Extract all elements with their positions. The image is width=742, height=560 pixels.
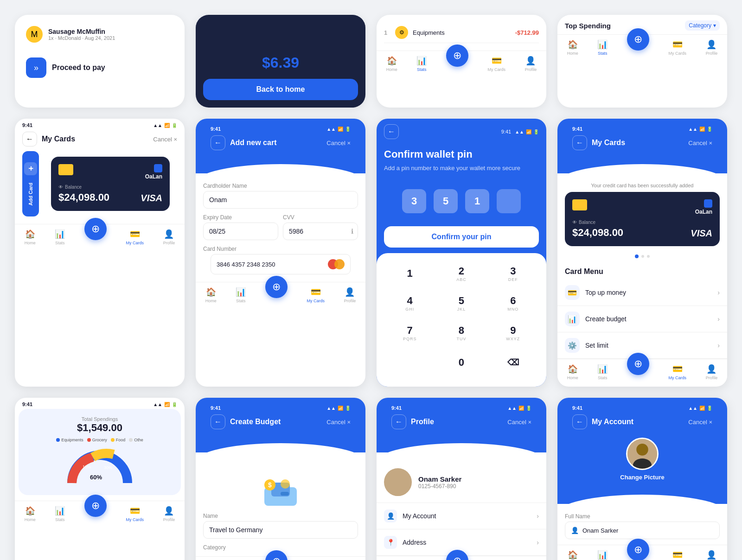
- card-number-field: Card Number 3846 4357 2348 2350: [203, 246, 358, 274]
- proceed-button[interactable]: »: [26, 57, 46, 78]
- key-delete[interactable]: ⌫: [498, 350, 528, 375]
- create-budget-menu[interactable]: 📊 Create budget ›: [557, 306, 727, 332]
- nav-mycards-stats[interactable]: 💳My Cards: [126, 506, 144, 522]
- budget-title: Create Budget: [230, 418, 281, 426]
- nav-center-mc[interactable]: ⊕: [84, 229, 107, 245]
- nav-stats-4[interactable]: 📊Stats: [597, 39, 608, 56]
- screen-title-suc: My Cards: [592, 139, 625, 147]
- nav-stats-mc[interactable]: 📊Stats: [55, 229, 65, 245]
- profile-blue-header: 9:41 ▲▲📶🔋 ← Profile Cancel ×: [377, 398, 546, 452]
- back-button[interactable]: ←: [22, 132, 37, 146]
- cancel-button[interactable]: Cancel ×: [153, 136, 177, 143]
- bottom-nav-suc: 🏠Home 📊Stats ⊕ 💳My Cards 👤Profile: [557, 359, 727, 386]
- change-picture-button[interactable]: Change Picture: [620, 474, 664, 481]
- nav-home[interactable]: 🏠Home: [386, 56, 397, 72]
- budget-name-input[interactable]: [203, 521, 358, 539]
- key-8[interactable]: 8TUV: [447, 320, 476, 346]
- account-icon: 👤: [384, 509, 397, 522]
- nav-mycards-ac[interactable]: 💳My Cards: [669, 550, 687, 560]
- key-1[interactable]: 1: [395, 261, 425, 286]
- back-to-home-button[interactable]: Back to home: [203, 79, 358, 100]
- my-account-screen: 9:41 ▲▲📶🔋 ← My Account Cancel ×: [557, 398, 727, 560]
- key-0[interactable]: 0: [447, 350, 476, 375]
- limit-icon: ⚙️: [565, 338, 580, 353]
- nav-home-mc[interactable]: 🏠Home: [25, 229, 36, 245]
- back-button-profile[interactable]: ←: [391, 414, 406, 429]
- nav-profile-4[interactable]: 👤Profile: [706, 39, 718, 56]
- back-button-suc[interactable]: ←: [572, 135, 587, 150]
- nav-profile-stats[interactable]: 👤Profile: [163, 506, 175, 522]
- nav-mycards-anc[interactable]: 💳My Cards: [307, 287, 325, 303]
- key-9[interactable]: 9WXYZ: [498, 320, 528, 346]
- key-6[interactable]: 6MNO: [498, 290, 528, 316]
- expiry-input[interactable]: [203, 223, 278, 240]
- cancel-button-account[interactable]: Cancel ×: [688, 419, 712, 426]
- add-card-btn[interactable]: + Add Card: [22, 151, 39, 216]
- nav-stats[interactable]: 📊Stats: [416, 56, 427, 72]
- nav-center-suc[interactable]: ⊕: [627, 364, 649, 380]
- nav-home-anc[interactable]: 🏠Home: [205, 287, 217, 303]
- blue-header: 9:41 ▲▲📶🔋 ← Add new cart Cancel ×: [196, 119, 365, 173]
- nav-center-4[interactable]: ⊕: [627, 39, 649, 56]
- nav-center-ac[interactable]: ⊕: [627, 550, 649, 560]
- cvv-input[interactable]: [283, 223, 358, 240]
- nav-stats-stats[interactable]: 📊Stats: [55, 506, 65, 522]
- nav-home-ac[interactable]: 🏠Home: [567, 550, 578, 560]
- nav-profile-mc[interactable]: 👤Profile: [163, 229, 175, 245]
- nav-stats-ac[interactable]: 📊Stats: [597, 550, 608, 560]
- nav-mycards-4[interactable]: 💳My Cards: [669, 39, 687, 56]
- svg-text:10%: 10%: [83, 465, 91, 469]
- nav-home-suc[interactable]: 🏠Home: [567, 364, 578, 380]
- card-number-display: 3846 4357 2348 2350: [211, 254, 351, 274]
- key-4[interactable]: 4GHI: [395, 290, 425, 316]
- back-button-pin[interactable]: ←: [384, 124, 399, 139]
- key-5[interactable]: 5JKL: [447, 290, 476, 316]
- merchant-name: Sausage McMuffin: [48, 28, 115, 35]
- nav-profile-suc[interactable]: 👤Profile: [706, 364, 718, 380]
- key-3[interactable]: 3DEF: [498, 261, 528, 286]
- category-btn[interactable]: Category ▾: [685, 20, 720, 31]
- bottom-nav-mc: 🏠Home 📊Stats ⊕ 💳My Cards 👤Profile: [15, 224, 185, 251]
- nav-home-stats[interactable]: 🏠Home: [25, 506, 36, 522]
- cancel-button-suc[interactable]: Cancel ×: [688, 140, 712, 146]
- confirm-pin-button[interactable]: Confirm your pin: [384, 226, 539, 248]
- profile-user-info: Onam Sarker 0125-4567-890: [377, 462, 546, 503]
- category-field: Category: [203, 544, 358, 551]
- nav-center[interactable]: ⊕: [446, 56, 468, 72]
- cancel-button-budget[interactable]: Cancel ×: [326, 419, 351, 426]
- nav-home-4[interactable]: 🏠Home: [567, 39, 578, 56]
- account-title: My Account: [592, 418, 633, 426]
- nav-mycards-mc[interactable]: 💳My Cards: [126, 229, 144, 245]
- back-button-budget[interactable]: ←: [211, 414, 225, 429]
- amount-display: $6.39: [262, 54, 299, 71]
- nav-profile[interactable]: 👤Profile: [525, 56, 537, 72]
- back-button-account[interactable]: ←: [572, 414, 587, 429]
- cancel-button-2[interactable]: Cancel ×: [326, 140, 351, 146]
- nav-mycards-suc[interactable]: 💳My Cards: [669, 364, 687, 380]
- bottom-nav-anc: 🏠Home 📊Stats ⊕ 💳My Cards 👤Profile: [196, 282, 365, 309]
- cardholder-input[interactable]: [203, 191, 358, 209]
- cvv-field: CVV ℹ: [283, 214, 358, 240]
- nav-stats-suc[interactable]: 📊Stats: [597, 364, 608, 380]
- cancel-button-profile[interactable]: Cancel ×: [507, 419, 531, 426]
- info-icon: ℹ: [351, 228, 353, 235]
- cardholder-field: Cardholder Name: [203, 183, 358, 209]
- nav-center-stats[interactable]: ⊕: [84, 506, 107, 522]
- nav-mycards[interactable]: 💳My Cards: [488, 56, 506, 72]
- success-blue-header: 9:41 ▲▲📶🔋 ← My Cards Cancel ×: [557, 119, 727, 173]
- key-7[interactable]: 7PQRS: [395, 320, 425, 346]
- key-2[interactable]: 2ABC: [447, 261, 476, 286]
- my-cards-screen: 9:41 ▲▲📶🔋 ← My Cards Cancel × + Add Card…: [15, 119, 185, 387]
- equip-amount: -$712.99: [515, 29, 539, 36]
- nav-stats-anc[interactable]: 📊Stats: [236, 287, 246, 303]
- top-up-money[interactable]: 💳 Top up money ›: [557, 280, 727, 306]
- nav-profile-ac[interactable]: 👤Profile: [706, 550, 718, 560]
- back-button-2[interactable]: ←: [211, 135, 225, 150]
- svg-text:60%: 60%: [90, 474, 102, 481]
- my-account-menu[interactable]: 👤 My Account ›: [377, 503, 546, 529]
- nav-center-anc[interactable]: ⊕: [265, 287, 288, 303]
- pin-title: Confirm wallet pin: [377, 139, 546, 164]
- nav-profile-anc[interactable]: 👤Profile: [344, 287, 356, 303]
- fullname-field: Full Name 👤 Onam Sarker: [565, 513, 720, 539]
- proceed-label: Proceed to pay: [52, 64, 105, 72]
